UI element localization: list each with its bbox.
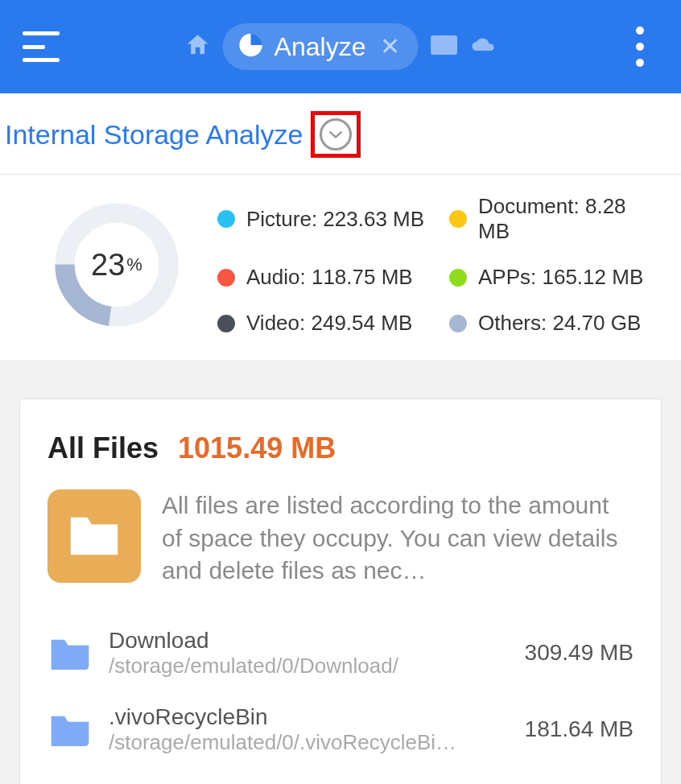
svg-rect-1 [431, 35, 457, 55]
card-description: All files are listed according to the am… [162, 489, 634, 588]
legend-item: APPs: 165.12 MB [449, 265, 657, 290]
tab-analyze-label: Analyze [274, 32, 366, 62]
list-item[interactable]: Download/storage/emulated/0/Download/309… [47, 615, 634, 691]
card-description-row: All files are listed according to the am… [47, 489, 634, 588]
file-name: .vivoRecycleBin [109, 704, 525, 730]
file-size: 181.64 MB [525, 716, 634, 742]
usage-percent-value: 23 [91, 248, 125, 283]
header-tabs: Analyze ✕ [184, 23, 497, 70]
usage-percent: 23% [48, 196, 185, 333]
usage-percent-unit: % [126, 254, 142, 275]
legend-dot-icon [449, 315, 467, 332]
file-path: /storage/emulated/0/Download/ [109, 654, 487, 679]
legend-dot-icon [217, 269, 235, 287]
card-header: All Files 1015.49 MB [47, 431, 634, 465]
close-icon[interactable]: ✕ [380, 35, 400, 59]
legend-item: Video: 249.54 MB [217, 311, 425, 336]
legend-item: Document: 8.28 MB [449, 194, 657, 244]
tab-analyze[interactable]: Analyze ✕ [223, 23, 419, 70]
legend-dot-icon [449, 210, 467, 228]
list-item[interactable]: .vivoRecycleBin/storage/emulated/0/.vivo… [47, 691, 634, 768]
file-path: /storage/emulated/0/.vivoRecycleBi… [109, 730, 487, 755]
file-name: Download [109, 628, 525, 654]
legend-dot-icon [217, 315, 235, 332]
menu-icon[interactable] [23, 31, 60, 62]
sdcard-icon[interactable] [429, 34, 458, 60]
legend-label: Document: 8.28 MB [478, 194, 657, 244]
file-size: 309.49 MB [525, 640, 634, 666]
card-total-size: 1015.49 MB [178, 431, 336, 465]
legend-label: Video: 249.54 MB [246, 311, 412, 336]
file-list: Download/storage/emulated/0/Download/309… [47, 615, 634, 768]
content-section: All Files 1015.49 MB All files are liste… [0, 360, 681, 784]
overflow-menu-icon[interactable] [636, 27, 644, 67]
file-info: .vivoRecycleBin/storage/emulated/0/.vivo… [109, 704, 525, 755]
legend-label: Others: 24.70 GB [478, 311, 641, 336]
legend-dot-icon [449, 269, 467, 287]
usage-donut: 23% [48, 196, 185, 333]
all-files-card: All Files 1015.49 MB All files are liste… [19, 398, 662, 784]
chevron-down-icon[interactable] [320, 118, 352, 151]
legend-item: Audio: 118.75 MB [217, 265, 425, 290]
file-info: Download/storage/emulated/0/Download/ [109, 628, 525, 679]
page-title: Internal Storage Analyze [5, 119, 303, 151]
folder-icon [47, 633, 93, 672]
card-title: All Files [47, 431, 159, 465]
home-icon[interactable] [184, 31, 212, 62]
storage-summary: 23% Picture: 223.63 MBDocument: 8.28 MBA… [0, 175, 681, 360]
pie-chart-icon [237, 31, 265, 62]
legend-item: Others: 24.70 GB [449, 311, 657, 336]
page-title-row: Internal Storage Analyze [0, 93, 681, 175]
legend-label: APPs: 165.12 MB [478, 265, 643, 290]
legend: Picture: 223.63 MBDocument: 8.28 MBAudio… [217, 194, 657, 336]
dropdown-highlight [311, 111, 361, 158]
legend-dot-icon [217, 210, 235, 228]
details-button[interactable]: Details [47, 768, 634, 785]
legend-label: Picture: 223.63 MB [246, 207, 424, 232]
legend-label: Audio: 118.75 MB [246, 265, 413, 290]
folder-icon [47, 710, 93, 749]
legend-item: Picture: 223.63 MB [217, 194, 425, 244]
cloud-icon[interactable] [469, 34, 497, 60]
folder-icon [47, 489, 141, 583]
app-header: Analyze ✕ [0, 0, 681, 93]
